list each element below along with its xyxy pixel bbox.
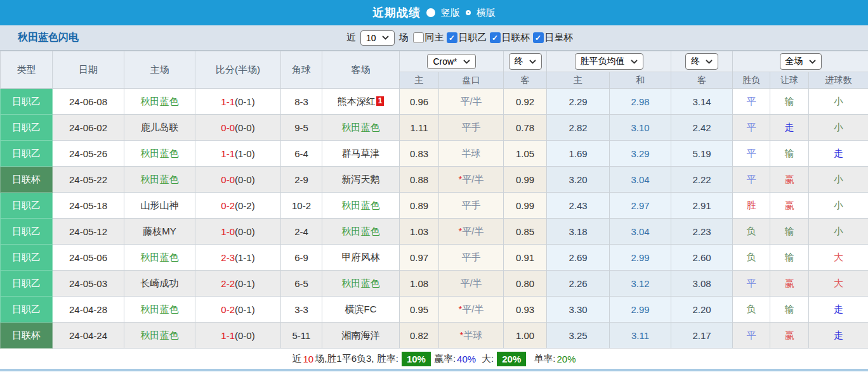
avg-source-select[interactable]: 胜平负均值 [575, 53, 643, 70]
cell-away-team: 秋田蓝色 [322, 219, 400, 245]
summary-footer: 近10场,胜1平6负3, 胜率: 10% 赢率:40% 大: 20% 单率:20… [0, 349, 868, 369]
header-type: 类型 [1, 51, 53, 89]
radio-vertical-layout[interactable] [426, 8, 435, 17]
competition-type-badge: 日职乙 [12, 278, 41, 288]
cell-score: 1-1(0-1) [195, 89, 281, 115]
home-team-name: 秋田蓝色 [141, 174, 179, 184]
table-row: 日联杯24-05-22秋田蓝色0-0(0-0)2-9新泻天鹅0.88*平/半0.… [1, 167, 868, 193]
checkbox-日职乙[interactable]: ✓ [447, 32, 457, 43]
cell-odds-home: 1.03 [400, 219, 439, 245]
results-table: 类型 日期 主场 比分(半场) 角球 客场 Crow* 终 胜平负均值 终 [0, 51, 868, 349]
match-date: 24-05-26 [69, 148, 107, 159]
checkbox-同主[interactable] [413, 32, 424, 43]
cell-away-team: 秋田蓝色 [322, 271, 400, 297]
cell-home-team: 秋田蓝色 [124, 297, 195, 323]
cell-odds-away: 0.99 [504, 193, 547, 219]
cell-wdl-result: 负 [733, 219, 770, 245]
checkbox-group-4: ✓日皇杯 [533, 32, 574, 44]
cell-away-team: 秋田蓝色 [322, 193, 400, 219]
cell-corners: 6-9 [281, 245, 322, 271]
cell-avg-home: 3.30 [547, 297, 610, 323]
cell-goals-result: 小 [809, 89, 868, 115]
match-date: 24-05-18 [69, 200, 107, 211]
header-score: 比分(半场) [195, 51, 281, 89]
checkbox-日皇杯[interactable]: ✓ [533, 32, 544, 43]
footer-win-label: 赢率: [434, 353, 456, 365]
cell-date: 24-04-28 [53, 297, 124, 323]
odds-source-select[interactable]: Crow* [427, 54, 475, 69]
cell-away-team: 甲府风林 [322, 245, 400, 271]
competition-type-badge: 日联杯 [12, 330, 41, 340]
handicap-result: 赢 [785, 278, 794, 288]
avg-time-value: 终 [691, 56, 700, 67]
header-corners: 角球 [281, 51, 322, 89]
goals-result: 小 [834, 122, 843, 132]
scope-value: 全场 [786, 56, 803, 67]
away-team-name: 新泻天鹅 [342, 174, 380, 184]
cell-odds-away: 0.93 [504, 297, 547, 323]
cell-avg-away: 2.22 [671, 167, 733, 193]
odds-away-value: 0.99 [516, 200, 534, 211]
recent-label: 近 [346, 32, 356, 44]
avg-away-value: 2.20 [692, 304, 711, 315]
footer-recent-label: 近 [292, 353, 301, 365]
cell-odds-away: 0.99 [504, 167, 547, 193]
avg-home-value: 2.29 [569, 96, 587, 107]
cell-handicap: 半球 [439, 141, 504, 167]
radio-horizontal-layout[interactable] [466, 10, 471, 15]
wdl-result: 负 [747, 304, 756, 314]
cell-odds-away: 0.78 [504, 115, 547, 141]
competition-type-badge: 日职乙 [12, 252, 41, 262]
checkbox-日联杯[interactable]: ✓ [490, 32, 501, 43]
goals-result: 走 [834, 304, 843, 314]
cell-odds-home: 0.82 [400, 323, 439, 349]
recent-count-select[interactable]: 10 [360, 30, 395, 46]
match-date: 24-05-22 [69, 174, 107, 185]
subheader-wdl: 胜负 [733, 72, 770, 89]
cell-handicap-result: 输 [770, 89, 809, 115]
cell-avg-away: 3.08 [671, 271, 733, 297]
odds-home-value: 0.83 [410, 148, 428, 159]
avg-time-select[interactable]: 终 [685, 53, 718, 70]
cell-odds-home: 0.89 [400, 193, 439, 219]
cell-odds-home: 0.95 [400, 297, 439, 323]
competition-type-badge: 日职乙 [12, 96, 41, 106]
cell-competition-type: 日职乙 [1, 297, 53, 323]
header-scope-cell: 全场 [733, 51, 868, 72]
cell-corners: 6-5 [281, 271, 322, 297]
cell-wdl-result: 负 [733, 245, 770, 271]
avg-draw-value: 3.11 [631, 330, 649, 341]
cell-handicap: 平/半 [439, 271, 504, 297]
away-team-name: 秋田蓝色 [342, 278, 380, 288]
subheader-handicap-result: 让球 [770, 72, 809, 89]
fulltime-score: 2-3 [221, 252, 235, 263]
cell-corners: 3-3 [281, 297, 322, 323]
handicap-value: 半球 [462, 148, 481, 158]
avg-away-value: 2.60 [692, 252, 711, 263]
odds-time-select[interactable]: 终 [509, 53, 542, 70]
odds-home-value: 0.97 [410, 252, 428, 263]
avg-away-value: 2.91 [692, 200, 711, 211]
halftime-score: (0-0) [235, 330, 255, 341]
odds-home-value: 0.96 [410, 96, 428, 107]
header-avg-time-cell: 终 [671, 51, 733, 72]
cell-avg-away: 2.20 [671, 297, 733, 323]
competition-type-badge: 日职乙 [12, 122, 41, 132]
competition-type-badge: 日职乙 [12, 148, 41, 158]
odds-home-value: 1.03 [410, 226, 428, 237]
cell-home-team: 长崎成功 [124, 271, 195, 297]
fulltime-score: 0-2 [221, 304, 235, 315]
cell-goals-result: 走 [809, 297, 868, 323]
away-team-name: 群马草津 [342, 148, 380, 158]
wdl-result: 平 [747, 148, 756, 158]
chevron-down-icon [706, 60, 713, 64]
cell-avg-draw: 3.04 [610, 167, 671, 193]
checkbox-group-2: ✓日职乙 [447, 32, 487, 44]
header-away: 客场 [322, 51, 400, 89]
fulltime-score: 0-0 [221, 174, 235, 185]
subheader-avg-away: 客 [671, 72, 733, 89]
scope-select[interactable]: 全场 [780, 53, 822, 70]
cell-handicap: *平/半 [439, 167, 504, 193]
cell-handicap-result: 输 [770, 219, 809, 245]
corners-value: 2-4 [294, 226, 308, 237]
